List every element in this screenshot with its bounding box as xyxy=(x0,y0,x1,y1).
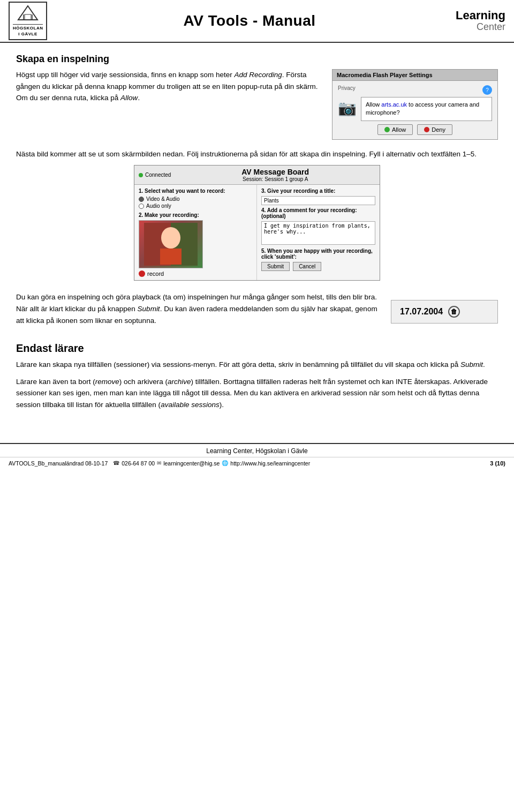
av-option-audio[interactable]: Audio only xyxy=(139,203,252,209)
playback-text: Du kan göra en inspelning och göra playb… xyxy=(16,291,380,332)
playback-para: Du kan göra en inspelning och göra playb… xyxy=(16,291,380,326)
av-option-audio-label: Audio only xyxy=(146,203,171,209)
flash-dialog-container: Macromedia Flash Player Settings Privacy… xyxy=(332,69,498,140)
main-content: Skapa en inspelning Högst upp till höger… xyxy=(0,43,514,427)
allow-button[interactable]: Allow xyxy=(377,124,413,135)
allow-label: Allow xyxy=(392,126,406,133)
flash-dialog-title: Macromedia Flash Player Settings xyxy=(332,70,497,81)
av-board-body: 1. Select what you want to record: Video… xyxy=(134,185,380,280)
flash-help-icon: ? xyxy=(482,85,492,95)
av-step4-label: 4. Add a comment for your recording: (op… xyxy=(261,207,375,219)
flash-link[interactable]: arts.ac.uk xyxy=(381,101,407,108)
globe-icon: 🌐 xyxy=(222,460,228,466)
page-title: AV Tools - Manual xyxy=(47,12,452,29)
footer-contact-group: ☎ 026-64 87 00 ✉ learningcenter@hig.se 🌐… xyxy=(113,460,485,467)
webcam-svg xyxy=(144,223,198,266)
playback-section: Du kan göra en inspelning och göra playb… xyxy=(16,291,498,332)
page-header: HÖGSKOLAN I GÄVLE AV Tools - Manual Lear… xyxy=(0,0,514,43)
intro-section: Högst upp till höger vid varje sessionsi… xyxy=(16,69,498,140)
center-word: Center xyxy=(452,22,505,33)
connected-label: Connected xyxy=(145,172,171,178)
flash-dialog-body: Privacy ? 📷 Allow arts.ac.uk to access y… xyxy=(332,81,497,139)
section3-para2: Lärare kan även ta bort (remove) och ark… xyxy=(16,376,498,411)
deny-label: Deny xyxy=(432,126,445,133)
flash-camera-symbol: 📷 xyxy=(338,99,357,117)
intro-para1: Högst upp till höger vid varje sessionsi… xyxy=(16,69,321,104)
av-board-header: Connected AV Message Board Session: Sess… xyxy=(134,166,380,185)
allow-green-dot xyxy=(384,127,390,132)
learning-word: Learning xyxy=(452,9,505,22)
footer-filename: AVTOOLS_Bb_manualändrad 08-10-17 xyxy=(9,460,108,467)
av-board: Connected AV Message Board Session: Sess… xyxy=(134,165,380,281)
intro-para2: Nästa bild kommer att se ut som skärmbil… xyxy=(16,148,498,160)
flash-dialog: Macromedia Flash Player Settings Privacy… xyxy=(332,69,498,140)
footer-website: http://www.hig.se/learningcenter xyxy=(230,460,310,467)
radio-audio-icon xyxy=(139,204,144,209)
record-dot xyxy=(139,270,145,277)
av-record-row: record xyxy=(139,270,252,277)
flash-buttons: Allow Deny xyxy=(338,124,492,135)
flash-question-text: Allow arts.ac.uk to access your camera a… xyxy=(361,97,492,121)
flash-privacy-row: Privacy ? xyxy=(338,85,492,95)
av-step1-label: 1. Select what you want to record: xyxy=(139,188,252,194)
av-comment-textarea[interactable]: I get my inspiration from plants, here's… xyxy=(261,221,375,245)
av-step5-label: 5. When you are happy with your recordin… xyxy=(261,248,375,260)
footer-center-text: Learning Center, Högskolan i Gävle xyxy=(0,444,514,457)
school-city: I GÄVLE xyxy=(13,32,43,37)
connected-status: Connected xyxy=(139,172,171,178)
av-title-input[interactable] xyxy=(261,196,375,205)
av-board-session: Session: Session 1 group A xyxy=(175,176,375,182)
svg-rect-3 xyxy=(25,14,31,20)
phone-icon: ☎ xyxy=(113,460,119,466)
radio-video-icon xyxy=(139,197,144,202)
section3-para1: Lärare kan skapa nya tillfällen (session… xyxy=(16,359,498,371)
av-left-col: 1. Select what you want to record: Video… xyxy=(134,185,257,280)
school-logo: HÖGSKOLAN I GÄVLE xyxy=(9,2,47,40)
footer-bottom: AVTOOLS_Bb_manualändrad 08-10-17 ☎ 026-6… xyxy=(0,457,514,469)
flash-privacy-label: Privacy xyxy=(338,85,356,95)
av-cancel-button[interactable]: Cancel xyxy=(293,262,321,271)
av-step2-label: 2. Make your recording: xyxy=(139,212,252,218)
logo-icon xyxy=(17,5,39,21)
intro-text: Högst upp till höger vid varje sessionsi… xyxy=(16,69,321,140)
trash-icon: 🗑 xyxy=(448,306,460,318)
section3-title: Endast lärare xyxy=(16,342,498,355)
svg-marker-0 xyxy=(18,6,37,20)
flash-content-row: 📷 Allow arts.ac.uk to access your camera… xyxy=(338,97,492,121)
deny-button[interactable]: Deny xyxy=(417,124,452,135)
footer-phone: 026-64 87 00 xyxy=(122,460,155,467)
av-option-video-label: Video & Audio xyxy=(146,196,180,202)
email-icon: ✉ xyxy=(157,460,161,466)
date-box-container: 17.07.2004 🗑 xyxy=(391,291,498,332)
av-submit-row: Submit Cancel xyxy=(261,262,375,271)
svg-rect-8 xyxy=(160,249,182,265)
av-step3-label: 3. Give your recording a title: xyxy=(261,188,375,194)
av-board-title: AV Message Board xyxy=(175,168,375,176)
deny-red-dot xyxy=(424,127,429,132)
school-name: HÖGSKOLAN xyxy=(13,26,43,31)
av-submit-button[interactable]: Submit xyxy=(261,262,290,271)
av-option-video[interactable]: Video & Audio xyxy=(139,196,252,202)
footer-page: 3 (10) xyxy=(490,460,505,467)
connected-dot xyxy=(139,173,143,177)
av-radio-group: Video & Audio Audio only xyxy=(139,196,252,209)
learning-center-logo: Learning Center xyxy=(452,9,505,33)
av-record-label: record xyxy=(147,270,164,277)
section1-title: Skapa en inspelning xyxy=(16,54,498,65)
svg-point-7 xyxy=(161,227,180,249)
footer-email: learningcenter@hig.se xyxy=(163,460,220,467)
date-text: 17.07.2004 xyxy=(400,307,443,317)
page-footer: Learning Center, Högskolan i Gävle AVTOO… xyxy=(0,443,514,469)
logo-container: HÖGSKOLAN I GÄVLE xyxy=(9,2,47,40)
av-right-col: 3. Give your recording a title: 4. Add a… xyxy=(257,185,380,280)
av-webcam-preview xyxy=(139,220,203,268)
date-box: 17.07.2004 🗑 xyxy=(391,300,498,324)
